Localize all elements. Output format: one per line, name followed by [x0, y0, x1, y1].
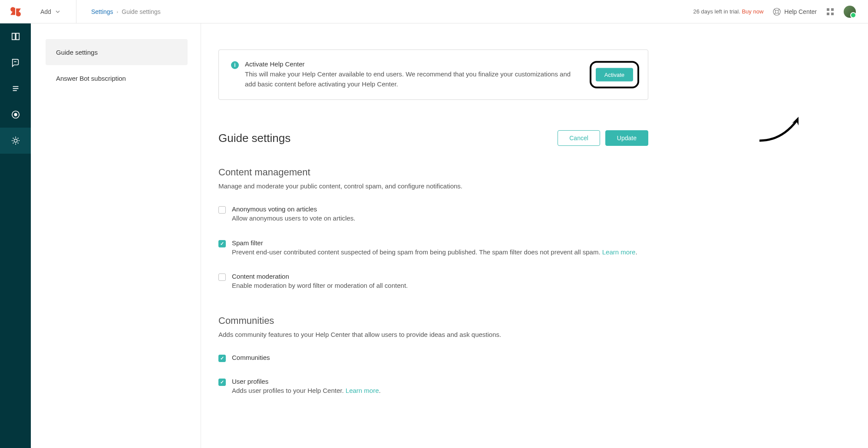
rail-customize-icon[interactable] [0, 102, 31, 128]
rail-settings-icon[interactable] [0, 128, 31, 154]
subnav-answer-bot[interactable]: Answer Bot subscription [46, 65, 188, 91]
chevron-down-icon [56, 10, 60, 14]
svg-point-3 [776, 10, 779, 13]
subnav-guide-settings[interactable]: Guide settings [46, 39, 188, 65]
option-title: Anonymous voting on articles [232, 205, 648, 213]
add-label: Add [40, 8, 51, 15]
rail-arrange-icon[interactable] [0, 76, 31, 102]
section-title-content-mgmt: Content management [218, 167, 648, 178]
breadcrumb-current: Guide settings [122, 8, 161, 15]
topbar: Add Settings › Guide settings 26 days le… [0, 0, 868, 23]
add-dropdown[interactable]: Add [31, 0, 76, 23]
svg-point-18 [14, 139, 17, 142]
svg-rect-10 [827, 13, 829, 15]
page-title: Guide settings [218, 132, 290, 145]
svg-point-1 [16, 12, 21, 16]
info-icon: i [231, 61, 239, 69]
activate-button[interactable]: Activate [596, 68, 633, 82]
option-title: Communities [232, 354, 648, 361]
svg-rect-9 [831, 8, 834, 11]
checkbox-communities[interactable] [218, 355, 226, 362]
option-title: Content moderation [232, 273, 648, 280]
option-desc: Enable moderation by word filter or mode… [232, 281, 648, 291]
lifebuoy-icon [773, 8, 781, 16]
option-desc: Prevent end-user contributed content sus… [232, 247, 648, 257]
zendesk-logo-icon [10, 6, 22, 18]
activate-alert: i Activate Help Center This will make yo… [218, 49, 648, 100]
checkbox-spam-filter[interactable] [218, 240, 226, 247]
apps-grid-icon[interactable] [826, 8, 834, 16]
rail-moderate-icon[interactable] [0, 49, 31, 76]
learn-more-link[interactable]: Learn more [602, 248, 636, 256]
svg-rect-11 [831, 13, 834, 15]
section-communities: Communities Adds community features to y… [218, 315, 648, 396]
page-header-row: Guide settings Cancel Update [218, 130, 648, 146]
alert-title: Activate Help Center [245, 60, 575, 68]
option-desc: Adds user profiles to your Help Center. … [232, 386, 648, 396]
svg-rect-8 [827, 8, 829, 11]
option-title: Spam filter [232, 239, 648, 247]
learn-more-link[interactable]: Learn more [346, 387, 379, 394]
trial-status: 26 days left in trial. Buy now [693, 8, 763, 15]
app-logo[interactable] [0, 0, 31, 23]
svg-point-0 [10, 7, 15, 12]
checkbox-content-moderation[interactable] [218, 273, 226, 281]
svg-point-17 [14, 113, 17, 116]
checkbox-user-profiles[interactable] [218, 379, 226, 386]
annotation-highlight-box: Activate [590, 61, 639, 89]
settings-subnav: Guide settings Answer Bot subscription [31, 23, 201, 448]
section-content-management: Content management Manage and moderate y… [218, 167, 648, 291]
alert-description: This will make your Help Center availabl… [245, 69, 575, 89]
annotation-arrow [755, 115, 807, 145]
breadcrumb: Settings › Guide settings [76, 8, 161, 15]
chevron-right-icon: › [117, 9, 119, 14]
rail-knowledge-icon[interactable] [0, 23, 31, 49]
section-desc-content-mgmt: Manage and moderate your public content,… [218, 182, 648, 190]
svg-line-4 [774, 9, 776, 10]
svg-line-5 [778, 9, 780, 10]
option-user-profiles: User profiles Adds user profiles to your… [218, 378, 648, 396]
checkbox-anonymous-voting[interactable] [218, 206, 226, 214]
topbar-right: 26 days left in trial. Buy now Help Cent… [693, 6, 868, 18]
svg-line-7 [778, 13, 780, 14]
option-anonymous-voting: Anonymous voting on articles Allow anony… [218, 205, 648, 224]
cancel-button[interactable]: Cancel [558, 130, 600, 146]
option-content-moderation: Content moderation Enable moderation by … [218, 273, 648, 291]
help-center-link[interactable]: Help Center [773, 8, 817, 16]
user-avatar[interactable] [844, 6, 856, 18]
option-desc: Allow anonymous users to vote on article… [232, 214, 648, 224]
option-title: User profiles [232, 378, 648, 385]
left-rail [0, 23, 31, 448]
update-button[interactable]: Update [605, 130, 648, 146]
option-communities: Communities [218, 354, 648, 362]
svg-line-6 [774, 13, 776, 14]
breadcrumb-settings-link[interactable]: Settings [91, 8, 113, 15]
main-content: i Activate Help Center This will make yo… [201, 23, 868, 448]
section-desc-communities: Adds community features to your Help Cen… [218, 331, 648, 338]
buy-now-link[interactable]: Buy now [742, 8, 763, 15]
option-spam-filter: Spam filter Prevent end-user contributed… [218, 239, 648, 257]
section-title-communities: Communities [218, 315, 648, 326]
